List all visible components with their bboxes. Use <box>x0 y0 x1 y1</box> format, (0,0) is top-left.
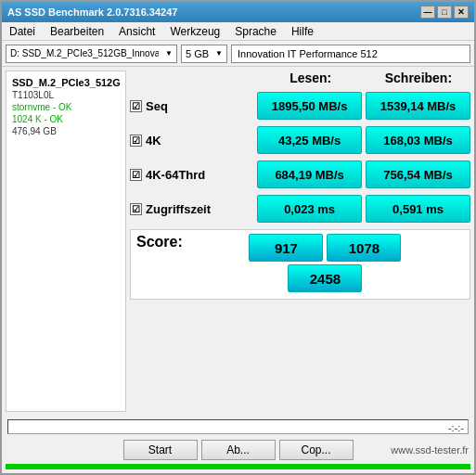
access-row: ☑ Zugriffszeit 0,023 ms 0,591 ms <box>130 193 470 225</box>
main-content: SSD_M.2_PCIe3_512G T1103L0L stornvme - O… <box>2 67 474 416</box>
score-section: Score: 917 1078 2458 <box>130 229 470 300</box>
main-window: AS SSD Benchmark 2.0.7316.34247 — □ ✕ Da… <box>0 0 476 475</box>
4k-checkbox[interactable]: ☑ <box>130 135 142 147</box>
score-total: 2458 <box>288 264 362 292</box>
menu-sprache[interactable]: Sprache <box>231 24 280 39</box>
4k-write-value: 168,03 MB/s <box>366 126 470 154</box>
seq-checkbox[interactable]: ☑ <box>130 100 142 112</box>
score-read: 917 <box>249 234 323 262</box>
column-headers: Lesen: Schreiben: <box>130 71 470 85</box>
drive-name-display: Innovation IT Performance 512 <box>231 45 470 63</box>
size-label: 5 GB <box>186 48 209 59</box>
size-selector[interactable]: 5 GB ▼ <box>181 45 227 63</box>
left-panel: SSD_M.2_PCIe3_512G T1103L0L stornvme - O… <box>6 71 126 412</box>
read-header: Lesen: <box>259 71 363 85</box>
4k64-read-value: 684,19 MB/s <box>257 160 362 188</box>
time-display: -:-:- <box>448 420 464 435</box>
drive-model-id: T1103L0L <box>12 90 120 100</box>
title-bar: AS SSD Benchmark 2.0.7316.34247 — □ ✕ <box>2 2 474 22</box>
access-write-value: 0,591 ms <box>366 195 470 223</box>
label-spacer <box>130 71 255 85</box>
write-header: Schreiben: <box>367 71 470 85</box>
4k64-row: ☑ 4K-64Thrd 684,19 MB/s 756,54 MB/s <box>130 159 470 190</box>
4k-label: ☑ 4K <box>130 134 253 148</box>
seq-read-value: 1895,50 MB/s <box>257 92 362 120</box>
copy-button[interactable]: Cop... <box>279 440 354 460</box>
4k64-label: ☑ 4K-64Thrd <box>130 168 253 182</box>
score-label: Score: <box>136 234 183 250</box>
4k64-write-value: 756,54 MB/s <box>366 160 470 188</box>
drive-dropdown-icon[interactable]: ▼ <box>165 49 173 58</box>
cache-status: 1024 K - OK <box>12 114 120 124</box>
toolbar: D: SSD_M.2_PCIe3_512GB_InnovationIT ▼ 5 … <box>2 41 474 67</box>
drive-label: D: SSD_M.2_PCIe3_512GB_InnovationIT <box>10 48 159 58</box>
menu-hilfe[interactable]: Hilfe <box>288 24 317 39</box>
size-dropdown-icon[interactable]: ▼ <box>215 49 223 58</box>
green-border <box>6 464 470 469</box>
close-button[interactable]: ✕ <box>454 6 469 19</box>
score-readwrite-row: 917 1078 <box>187 234 464 262</box>
menu-datei[interactable]: Datei <box>6 24 39 39</box>
seq-label: ☑ Seq <box>130 99 253 113</box>
score-total-row: 2458 <box>187 264 464 292</box>
drive-model-name: SSD_M.2_PCIe3_512G <box>12 77 120 88</box>
4k-read-value: 43,25 MB/s <box>257 126 362 154</box>
menu-bearbeiten[interactable]: Bearbeiten <box>46 24 108 39</box>
seq-write-value: 1539,14 MB/s <box>366 92 470 120</box>
drive-capacity: 476,94 GB <box>12 126 120 136</box>
start-button[interactable]: Start <box>123 440 198 460</box>
menu-bar: Datei Bearbeiten Ansicht Werkzeug Sprach… <box>2 22 474 41</box>
score-write: 1078 <box>327 234 401 262</box>
watermark-text: www.ssd-tester.fr <box>391 444 469 456</box>
right-panel: Lesen: Schreiben: ☑ Seq 1895,50 MB/s 153… <box>130 71 470 412</box>
driver-status: stornvme - OK <box>12 102 120 112</box>
button-row: Start Ab... Cop... www.ssd-tester.fr <box>7 440 469 460</box>
score-values: 917 1078 2458 <box>187 234 464 295</box>
drive-full-name: Innovation IT Performance 512 <box>238 48 378 59</box>
maximize-button[interactable]: □ <box>437 6 452 19</box>
menu-werkzeug[interactable]: Werkzeug <box>166 24 224 39</box>
window-title: AS SSD Benchmark 2.0.7316.34247 <box>7 6 177 18</box>
menu-ansicht[interactable]: Ansicht <box>115 24 159 39</box>
access-checkbox[interactable]: ☑ <box>130 203 142 215</box>
minimize-button[interactable]: — <box>420 6 435 19</box>
drive-selector[interactable]: D: SSD_M.2_PCIe3_512GB_InnovationIT ▼ <box>6 45 177 63</box>
title-bar-buttons: — □ ✕ <box>420 6 469 19</box>
seq-row: ☑ Seq 1895,50 MB/s 1539,14 MB/s <box>130 90 470 122</box>
4k-row: ☑ 4K 43,25 MB/s 168,03 MB/s <box>130 124 470 156</box>
access-label: ☑ Zugriffszeit <box>130 202 253 216</box>
progress-bar-container: -:-:- <box>7 419 469 434</box>
4k64-checkbox[interactable]: ☑ <box>130 169 142 181</box>
bottom-section: -:-:- Start Ab... Cop... www.ssd-tester.… <box>2 416 474 464</box>
access-read-value: 0,023 ms <box>257 195 362 223</box>
score-label-row: Score: 917 1078 2458 <box>136 234 464 295</box>
ab-button[interactable]: Ab... <box>201 440 276 460</box>
